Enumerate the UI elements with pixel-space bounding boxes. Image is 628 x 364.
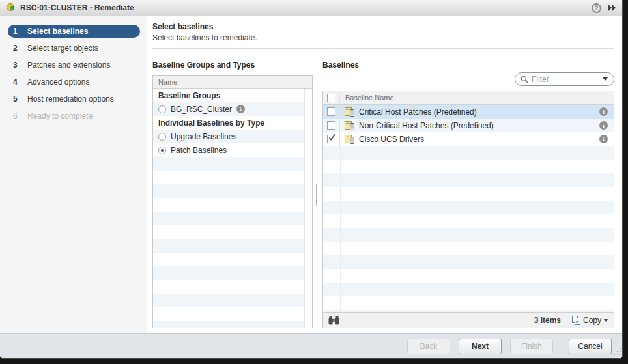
select-all-checkbox[interactable] [327, 94, 335, 102]
group-row-baseline-groups: Baseline Groups [153, 89, 312, 102]
baseline-row-critical-host-patches[interactable]: Critical Host Patches (Predefined) i [323, 105, 614, 119]
copy-label: Copy [583, 316, 601, 325]
wizard-steps-sidebar: 1 Select baselines 2 Select target objec… [0, 16, 147, 333]
baseline-name: Cisco UCS Drivers [359, 135, 595, 144]
checkbox-cell [323, 119, 340, 132]
group-row-individual-baselines: Individual Baselines by Type [153, 116, 312, 130]
copy-button[interactable]: Copy [571, 315, 608, 325]
copy-dropdown-caret-icon[interactable] [604, 319, 608, 322]
heading-divider [152, 48, 614, 49]
baseline-row-cisco-ucs-drivers[interactable]: Cisco UCS Drivers i [323, 132, 614, 146]
filter-placeholder: Filter [532, 75, 603, 84]
filter-row: Filter [322, 72, 614, 87]
finish-button: Finish [510, 339, 553, 354]
step-label: Host remediation options [27, 94, 114, 104]
row-checkbox-checked[interactable] [327, 135, 335, 143]
wizard-body: 1 Select baselines 2 Select target objec… [0, 16, 622, 333]
step-label: Select baselines [27, 27, 88, 36]
items-count: 3 items [534, 316, 561, 325]
group-label: Baseline Groups [158, 91, 220, 100]
baselines-panel: Baselines Filter [322, 61, 614, 328]
baseline-panels: Baseline Groups and Types Name Baseline … [152, 61, 614, 328]
splitter-handle-icon[interactable] [316, 184, 319, 206]
group-label: Individual Baselines by Type [158, 119, 264, 128]
empty-rows-area [153, 157, 312, 328]
baseline-groups-panel: Baseline Groups and Types Name Baseline … [152, 61, 313, 328]
screenshot-canvas: RSC-01-CLUSTER - Remediate ? 1 Select ba… [0, 0, 628, 364]
radio-label: Upgrade Baselines [171, 132, 236, 141]
remediate-wizard-dialog: RSC-01-CLUSTER - Remediate ? 1 Select ba… [0, 0, 623, 359]
baselines-table-header: Baseline Name [323, 91, 614, 105]
baselines-table: Baseline Name [322, 91, 614, 328]
select-all-checkbox-cell [323, 91, 340, 104]
step-ready-to-complete: 6 Ready to complete [0, 107, 147, 124]
radio-label: Patch Baselines [171, 146, 227, 155]
page-title: Select baselines [152, 22, 614, 31]
step-select-baselines[interactable]: 1 Select baselines [0, 23, 147, 40]
find-binoculars-icon[interactable] [328, 316, 339, 325]
info-icon[interactable]: i [599, 107, 608, 116]
info-icon[interactable]: i [236, 105, 245, 113]
checkbox-cell [323, 132, 340, 146]
step-number: 1 [13, 27, 22, 36]
baseline-icon [345, 107, 355, 117]
baseline-icon [345, 134, 355, 145]
step-content: Select baselines Select baselines to rem… [147, 16, 622, 333]
radio-label: BG_RSC_Cluster [171, 105, 232, 114]
info-icon[interactable]: i [599, 135, 608, 143]
panel-title: Baselines [322, 61, 614, 70]
step-number: 5 [13, 94, 22, 104]
radio-row-patch-baselines[interactable]: Patch Baselines [153, 143, 312, 157]
dialog-title: RSC-01-CLUSTER - Remediate [20, 3, 134, 12]
title-bar: RSC-01-CLUSTER - Remediate ? [0, 0, 622, 16]
step-number: 4 [13, 77, 22, 87]
radio-button[interactable] [158, 133, 166, 141]
radio-button-selected[interactable] [158, 147, 166, 154]
baseline-row-non-critical-host-patches[interactable]: Non-Critical Host Patches (Predefined) i [323, 119, 614, 132]
baseline-name: Non-Critical Host Patches (Predefined) [359, 121, 595, 130]
filter-input[interactable]: Filter [515, 72, 614, 86]
baseline-icon [345, 120, 355, 131]
radio-button[interactable] [158, 105, 166, 113]
step-patches-and-extensions[interactable]: 3 Patches and extensions [0, 57, 147, 74]
column-header-name[interactable]: Name [153, 76, 312, 89]
step-number: 3 [13, 61, 22, 70]
cancel-button[interactable]: Cancel [569, 339, 612, 354]
radio-row-upgrade-baselines[interactable]: Upgrade Baselines [153, 130, 312, 143]
step-number: 6 [13, 111, 22, 120]
info-icon[interactable]: i [599, 121, 608, 130]
radio-row-bg-rsc-cluster[interactable]: BG_RSC_Cluster i [153, 102, 312, 116]
step-advanced-options[interactable]: 4 Advanced options [0, 74, 147, 91]
step-label: Select target objects [27, 44, 98, 53]
resize-grip[interactable] [614, 348, 621, 357]
row-checkbox[interactable] [327, 107, 335, 116]
row-checkbox[interactable] [327, 121, 335, 130]
remediate-icon [6, 3, 16, 13]
panel-splitter[interactable] [313, 61, 322, 328]
panel-title: Baseline Groups and Types [152, 61, 313, 70]
search-icon [521, 76, 528, 83]
help-icon[interactable]: ? [592, 3, 601, 13]
baseline-groups-table: Name Baseline Groups BG_RSC_Cluster i In… [152, 75, 313, 328]
back-button: Back [407, 339, 450, 354]
minimize-wizard-icon[interactable] [608, 4, 617, 12]
checkbox-cell [323, 105, 340, 119]
step-select-target-objects[interactable]: 2 Select target objects [0, 40, 147, 57]
scrollbar-track[interactable] [304, 89, 312, 328]
step-label: Patches and extensions [27, 61, 110, 70]
next-button[interactable]: Next [459, 339, 502, 354]
step-label: Ready to complete [27, 111, 93, 120]
step-label: Advanced options [27, 77, 89, 87]
step-host-remediation-options[interactable]: 5 Host remediation options [0, 91, 147, 107]
copy-icon [571, 315, 581, 325]
column-header-baseline-name[interactable]: Baseline Name [345, 94, 394, 102]
baseline-name: Critical Host Patches (Predefined) [359, 107, 595, 117]
page-description: Select baselines to remediate. [152, 33, 614, 42]
dialog-footer: Back Next Finish Cancel [0, 333, 622, 358]
table-footer: 3 items [323, 312, 614, 328]
filter-dropdown-caret-icon[interactable] [603, 77, 608, 81]
empty-rows-area [323, 146, 614, 312]
step-number: 2 [13, 44, 22, 53]
